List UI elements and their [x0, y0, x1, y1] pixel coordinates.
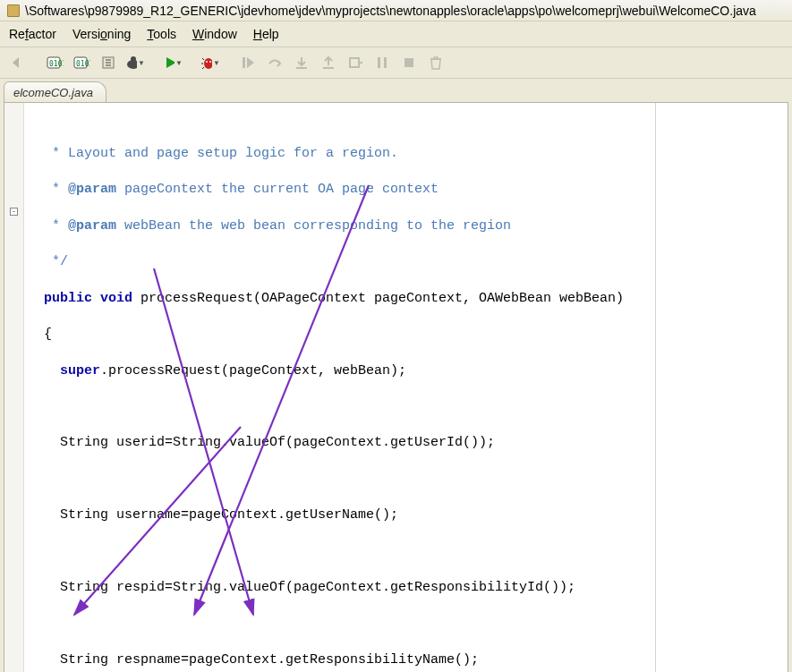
editor[interactable]: - * Layout and page setup logic for a re…	[4, 102, 788, 672]
window-title: \Softwares\p9879989_R12_GENERIC\jdevhome…	[25, 4, 756, 18]
code-text: @param	[68, 182, 116, 197]
code-text: String username=pageContext.getUserName(…	[28, 507, 398, 523]
binary2-icon[interactable]: 0101	[72, 53, 91, 72]
code-text: String userid=String.valueOf(pageContext…	[28, 435, 495, 450]
step-return-icon[interactable]	[345, 53, 365, 72]
svg-point-7	[204, 58, 212, 69]
titlebar: \Softwares\p9879989_R12_GENERIC\jdevhome…	[0, 0, 792, 21]
resume-icon[interactable]	[238, 53, 258, 72]
menu-versioning[interactable]: Versioning	[65, 24, 138, 44]
step-into-icon[interactable]	[292, 53, 311, 72]
code-text: */	[28, 254, 68, 269]
code-text: *	[28, 218, 68, 234]
svg-rect-15	[384, 57, 387, 68]
code-text: public	[28, 291, 92, 306]
code-text: {	[28, 327, 52, 342]
svg-text:0101: 0101	[49, 60, 64, 68]
binary1-icon[interactable]: 0101	[45, 53, 64, 72]
code-text: void	[92, 291, 132, 306]
fold-collapse-icon[interactable]: -	[10, 208, 18, 216]
code-text: String respid=String.valueOf(pageContext…	[28, 580, 575, 595]
menu-help[interactable]: Help	[246, 24, 286, 44]
trash-icon[interactable]	[426, 53, 446, 72]
code-text: .processRequest(pageContext, webBean);	[100, 363, 406, 379]
svg-point-9	[209, 61, 211, 63]
print-margin	[655, 103, 656, 672]
tab-label: elcomeCO.java	[13, 86, 93, 99]
pause-icon[interactable]	[372, 53, 392, 72]
step-out-icon[interactable]	[319, 53, 338, 72]
code-text: @param	[68, 218, 116, 234]
svg-point-6	[131, 56, 136, 62]
stop-icon[interactable]	[399, 53, 419, 72]
code-text: webBean the web bean corresponding to th…	[116, 218, 511, 234]
profile-icon[interactable]: ▼	[125, 53, 145, 72]
debug-icon[interactable]: ▼	[200, 53, 220, 72]
svg-text:0101: 0101	[76, 60, 90, 68]
menubar: Refactor Versioning Tools Window Help	[0, 21, 792, 47]
svg-point-8	[206, 61, 208, 63]
dropdown-arrow-icon: ▼	[213, 59, 220, 67]
menu-tools[interactable]: Tools	[140, 24, 183, 44]
svg-rect-13	[350, 58, 359, 67]
dropdown-arrow-icon: ▼	[138, 59, 145, 67]
menu-window[interactable]: Window	[185, 24, 244, 44]
step-over-icon[interactable]	[265, 53, 285, 72]
back-icon[interactable]	[7, 53, 27, 72]
tab-bar: elcomeCO.java	[0, 79, 792, 102]
svg-rect-12	[323, 67, 334, 69]
toolbar: 0101 0101 ▼ ▼ ▼	[0, 47, 792, 79]
svg-rect-11	[296, 67, 307, 69]
make-icon[interactable]	[98, 53, 118, 72]
code-text: pageContext the current OA page context	[116, 182, 439, 197]
code-area[interactable]: * Layout and page setup logic for a regi…	[24, 103, 788, 672]
code-text: super	[28, 363, 100, 379]
code-text: * Layout and page setup logic for a regi…	[28, 146, 398, 161]
run-icon[interactable]: ▼	[163, 53, 183, 72]
svg-rect-16	[405, 58, 413, 67]
gutter: -	[4, 103, 24, 672]
code-text: *	[28, 182, 68, 197]
code-text: String respname=pageContext.getResponsib…	[28, 652, 479, 668]
dropdown-arrow-icon: ▼	[175, 59, 183, 67]
tab-welcomeco[interactable]: elcomeCO.java	[4, 81, 106, 103]
file-icon	[7, 4, 20, 17]
code-text: processRequest(OAPageContext pageContext…	[132, 291, 624, 306]
menu-refactor[interactable]: Refactor	[2, 24, 64, 44]
svg-rect-10	[243, 57, 245, 68]
svg-rect-14	[378, 57, 380, 68]
